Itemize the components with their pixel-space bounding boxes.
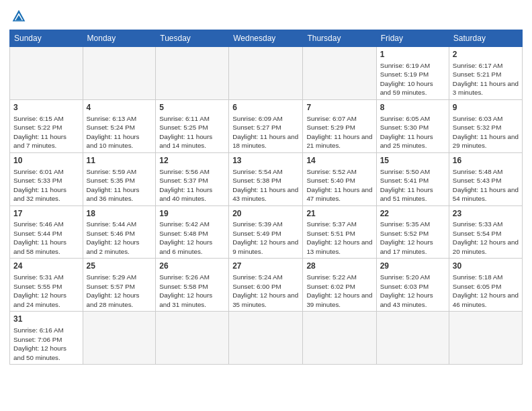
day-number: 16	[453, 155, 519, 167]
day-info: Sunrise: 5:24 AM Sunset: 6:00 PM Dayligh…	[232, 273, 299, 309]
day-info: Sunrise: 6:13 AM Sunset: 5:24 PM Dayligh…	[87, 114, 152, 150]
calendar-day-cell: 28Sunrise: 5:22 AM Sunset: 6:02 PM Dayli…	[303, 259, 376, 312]
calendar-day-cell	[83, 47, 156, 100]
calendar-week-row: 24Sunrise: 5:31 AM Sunset: 5:55 PM Dayli…	[10, 259, 523, 312]
day-number: 3	[13, 102, 79, 113]
day-number: 17	[13, 208, 79, 220]
calendar-day-cell: 10Sunrise: 6:01 AM Sunset: 5:33 PM Dayli…	[10, 152, 83, 205]
day-info: Sunrise: 5:56 AM Sunset: 5:37 PM Dayligh…	[159, 167, 225, 203]
calendar-day-cell: 5Sunrise: 6:11 AM Sunset: 5:25 PM Daylig…	[156, 99, 229, 152]
calendar-day-cell: 4Sunrise: 6:13 AM Sunset: 5:24 PM Daylig…	[83, 99, 156, 152]
calendar-day-header: Sunday	[10, 30, 83, 47]
calendar-day-header: Monday	[83, 30, 156, 47]
calendar-week-row: 10Sunrise: 6:01 AM Sunset: 5:33 PM Dayli…	[10, 152, 523, 205]
calendar-day-cell	[449, 312, 522, 365]
day-info: Sunrise: 5:46 AM Sunset: 5:44 PM Dayligh…	[13, 220, 79, 256]
calendar-day-cell: 15Sunrise: 5:50 AM Sunset: 5:41 PM Dayli…	[376, 152, 449, 205]
calendar-day-cell: 1Sunrise: 6:19 AM Sunset: 5:19 PM Daylig…	[376, 47, 449, 100]
day-number: 14	[306, 155, 372, 167]
calendar-day-cell: 26Sunrise: 5:26 AM Sunset: 5:58 PM Dayli…	[156, 259, 229, 312]
calendar-day-cell: 24Sunrise: 5:31 AM Sunset: 5:55 PM Dayli…	[10, 259, 83, 312]
day-info: Sunrise: 6:17 AM Sunset: 5:21 PM Dayligh…	[453, 61, 519, 97]
calendar-day-cell: 20Sunrise: 5:39 AM Sunset: 5:49 PM Dayli…	[229, 205, 303, 259]
calendar-day-cell: 25Sunrise: 5:29 AM Sunset: 5:57 PM Dayli…	[83, 259, 156, 312]
calendar-day-cell: 29Sunrise: 5:20 AM Sunset: 6:03 PM Dayli…	[376, 259, 449, 312]
header	[9, 7, 523, 26]
calendar-day-cell	[303, 47, 376, 100]
day-info: Sunrise: 5:48 AM Sunset: 5:43 PM Dayligh…	[453, 167, 519, 203]
day-number: 7	[306, 102, 372, 113]
day-info: Sunrise: 5:37 AM Sunset: 5:51 PM Dayligh…	[306, 220, 372, 256]
day-info: Sunrise: 5:31 AM Sunset: 5:55 PM Dayligh…	[13, 273, 79, 309]
calendar-day-cell: 22Sunrise: 5:35 AM Sunset: 5:52 PM Dayli…	[376, 205, 449, 259]
calendar-day-cell: 3Sunrise: 6:15 AM Sunset: 5:22 PM Daylig…	[10, 99, 83, 152]
day-number: 23	[453, 208, 519, 220]
calendar: SundayMondayTuesdayWednesdayThursdayFrid…	[9, 30, 523, 365]
day-info: Sunrise: 5:52 AM Sunset: 5:40 PM Dayligh…	[306, 167, 372, 203]
day-number: 10	[13, 155, 79, 167]
day-info: Sunrise: 6:11 AM Sunset: 5:25 PM Dayligh…	[159, 114, 225, 150]
day-number: 22	[380, 208, 445, 220]
day-number: 21	[306, 208, 372, 220]
calendar-day-header: Wednesday	[229, 30, 303, 47]
day-info: Sunrise: 6:16 AM Sunset: 7:06 PM Dayligh…	[13, 326, 79, 362]
calendar-day-cell: 2Sunrise: 6:17 AM Sunset: 5:21 PM Daylig…	[449, 47, 522, 100]
calendar-day-cell: 30Sunrise: 5:18 AM Sunset: 6:05 PM Dayli…	[449, 259, 522, 312]
calendar-day-cell: 13Sunrise: 5:54 AM Sunset: 5:38 PM Dayli…	[229, 152, 303, 205]
calendar-header-row: SundayMondayTuesdayWednesdayThursdayFrid…	[10, 30, 523, 47]
day-info: Sunrise: 6:09 AM Sunset: 5:27 PM Dayligh…	[232, 114, 299, 150]
day-info: Sunrise: 5:59 AM Sunset: 5:35 PM Dayligh…	[87, 167, 152, 203]
calendar-day-cell	[229, 47, 303, 100]
day-number: 6	[232, 102, 299, 113]
day-info: Sunrise: 5:26 AM Sunset: 5:58 PM Dayligh…	[159, 273, 225, 309]
day-info: Sunrise: 5:35 AM Sunset: 5:52 PM Dayligh…	[380, 220, 445, 256]
day-info: Sunrise: 5:42 AM Sunset: 5:48 PM Dayligh…	[159, 220, 225, 256]
day-number: 5	[159, 102, 225, 113]
page: SundayMondayTuesdayWednesdayThursdayFrid…	[0, 0, 532, 411]
day-number: 28	[306, 261, 372, 272]
day-info: Sunrise: 5:54 AM Sunset: 5:38 PM Dayligh…	[232, 167, 299, 203]
calendar-day-cell: 19Sunrise: 5:42 AM Sunset: 5:48 PM Dayli…	[156, 205, 229, 259]
calendar-day-cell	[156, 312, 229, 365]
day-number: 2	[453, 49, 519, 60]
day-number: 11	[87, 155, 152, 167]
calendar-day-header: Friday	[376, 30, 449, 47]
day-number: 12	[159, 155, 225, 167]
day-info: Sunrise: 5:33 AM Sunset: 5:54 PM Dayligh…	[453, 220, 519, 256]
calendar-day-cell: 21Sunrise: 5:37 AM Sunset: 5:51 PM Dayli…	[303, 205, 376, 259]
calendar-day-header: Thursday	[303, 30, 376, 47]
day-info: Sunrise: 5:39 AM Sunset: 5:49 PM Dayligh…	[232, 220, 299, 256]
calendar-day-cell	[156, 47, 229, 100]
calendar-day-header: Tuesday	[156, 30, 229, 47]
day-number: 19	[159, 208, 225, 220]
calendar-day-cell	[303, 312, 376, 365]
calendar-week-row: 31Sunrise: 6:16 AM Sunset: 7:06 PM Dayli…	[10, 312, 523, 365]
calendar-day-cell: 23Sunrise: 5:33 AM Sunset: 5:54 PM Dayli…	[449, 205, 522, 259]
calendar-week-row: 3Sunrise: 6:15 AM Sunset: 5:22 PM Daylig…	[10, 99, 523, 152]
day-number: 13	[232, 155, 299, 167]
calendar-day-cell: 7Sunrise: 6:07 AM Sunset: 5:29 PM Daylig…	[303, 99, 376, 152]
day-info: Sunrise: 5:18 AM Sunset: 6:05 PM Dayligh…	[453, 273, 519, 309]
day-info: Sunrise: 6:03 AM Sunset: 5:32 PM Dayligh…	[453, 114, 519, 150]
calendar-day-cell	[229, 312, 303, 365]
day-number: 1	[380, 49, 445, 60]
day-number: 20	[232, 208, 299, 220]
calendar-day-cell: 18Sunrise: 5:44 AM Sunset: 5:46 PM Dayli…	[83, 205, 156, 259]
calendar-day-cell	[10, 47, 83, 100]
day-info: Sunrise: 6:05 AM Sunset: 5:30 PM Dayligh…	[380, 114, 445, 150]
calendar-day-cell: 17Sunrise: 5:46 AM Sunset: 5:44 PM Dayli…	[10, 205, 83, 259]
day-info: Sunrise: 6:19 AM Sunset: 5:19 PM Dayligh…	[380, 61, 445, 97]
day-number: 29	[380, 261, 445, 272]
calendar-day-cell: 31Sunrise: 6:16 AM Sunset: 7:06 PM Dayli…	[10, 312, 83, 365]
day-number: 4	[87, 102, 152, 113]
day-info: Sunrise: 6:01 AM Sunset: 5:33 PM Dayligh…	[13, 167, 79, 203]
calendar-day-cell: 6Sunrise: 6:09 AM Sunset: 5:27 PM Daylig…	[229, 99, 303, 152]
logo-icon	[9, 7, 28, 26]
calendar-day-cell: 14Sunrise: 5:52 AM Sunset: 5:40 PM Dayli…	[303, 152, 376, 205]
calendar-day-cell: 12Sunrise: 5:56 AM Sunset: 5:37 PM Dayli…	[156, 152, 229, 205]
day-number: 31	[13, 314, 79, 325]
day-number: 18	[87, 208, 152, 220]
day-info: Sunrise: 5:20 AM Sunset: 6:03 PM Dayligh…	[380, 273, 445, 309]
calendar-day-cell: 8Sunrise: 6:05 AM Sunset: 5:30 PM Daylig…	[376, 99, 449, 152]
day-info: Sunrise: 5:22 AM Sunset: 6:02 PM Dayligh…	[306, 273, 372, 309]
